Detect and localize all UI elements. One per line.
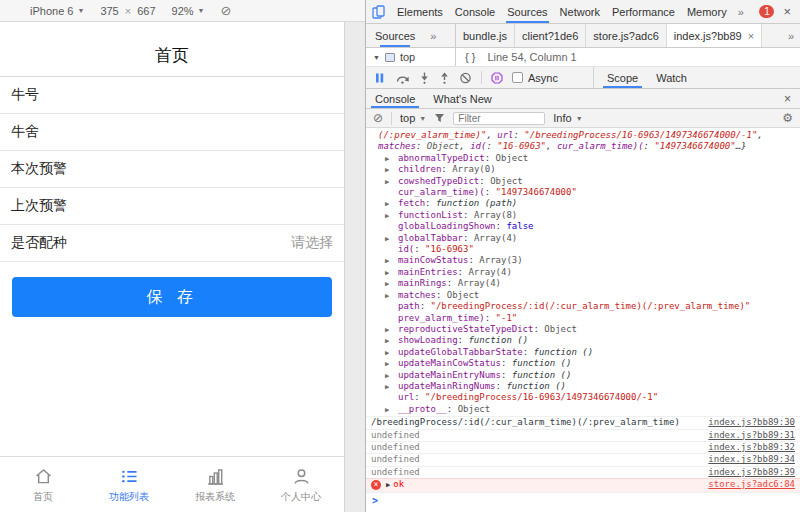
tabbar-item[interactable]: 功能列表 (86, 457, 172, 512)
step-over-button[interactable] (395, 72, 410, 84)
expand-arrow-icon[interactable]: ▶ (385, 256, 389, 266)
source-link[interactable]: index.js?bb89:32 (708, 442, 795, 453)
file-tab[interactable]: store.js?adc6 (586, 24, 666, 47)
step-into-button[interactable] (419, 72, 430, 84)
file-tab[interactable]: client?1de6 (515, 24, 586, 47)
expand-arrow-icon[interactable]: ▶ (385, 279, 389, 289)
pause-script-button[interactable] (373, 72, 386, 84)
console-prompt[interactable]: > (366, 492, 800, 506)
log-message: undefined (371, 467, 698, 478)
form-row[interactable]: 牛舍 (0, 114, 344, 151)
expand-arrow-icon[interactable]: ▶ (385, 165, 389, 175)
console-property: ▶globalTabbar: Array(4) (378, 233, 800, 244)
source-link[interactable]: index.js?bb89:30 (708, 417, 795, 428)
viewport-dimensions: 375 × 667 (100, 5, 155, 17)
clear-console-icon[interactable]: ⊘ (373, 111, 383, 125)
expand-arrow-icon[interactable]: ▶ (386, 480, 390, 491)
console-property: ▶updateMainEntryNums: function () (378, 370, 800, 381)
console-property: ▶showLoading: function () (378, 335, 800, 346)
expand-arrow-icon[interactable]: ▶ (385, 359, 389, 369)
tabbar-item[interactable]: 报表系统 (172, 457, 258, 512)
expand-arrow-icon[interactable]: ▶ (385, 268, 389, 278)
device-toolbar-toggle-icon[interactable] (366, 0, 391, 23)
console-property: ▶updateMainCowStatus: function () (378, 358, 800, 369)
file-tree-root[interactable]: top (400, 51, 415, 63)
filter-funnel-icon[interactable] (434, 113, 445, 123)
viewport-height[interactable]: 667 (137, 5, 155, 17)
async-checkbox-group: Async (512, 72, 558, 84)
console-filter-input[interactable] (453, 112, 545, 125)
console-settings-gear-icon[interactable]: ⚙ (782, 111, 793, 125)
deactivate-breakpoints-button[interactable] (459, 72, 472, 84)
source-link[interactable]: index.js?bb89:39 (708, 467, 795, 478)
more-tabs-icon[interactable]: » (733, 0, 749, 23)
navigator-tab-sources[interactable]: Sources (375, 24, 415, 47)
error-count-badge[interactable]: 1 (759, 5, 774, 18)
tabbar-item[interactable]: 首页 (0, 457, 86, 512)
form-row[interactable]: 是否配种请选择 (0, 225, 344, 262)
form-row[interactable]: 牛号 (0, 77, 344, 114)
expand-arrow-icon[interactable]: ▶ (385, 348, 389, 358)
form-row[interactable]: 上次预警 (0, 188, 344, 225)
expand-arrow-icon[interactable]: ▶ (385, 177, 389, 187)
file-tab[interactable]: index.js?bb89× (667, 24, 762, 47)
navigator-more-icon[interactable]: » (425, 24, 441, 47)
console-drawer-tabbar: ConsoleWhat's New × (366, 89, 800, 109)
page-title: 首页 (155, 44, 189, 67)
chevron-down-icon: ▼ (576, 115, 583, 122)
console-property: ▶cowshedTypeDict: Object (378, 176, 800, 187)
tabbar-item[interactable]: 个人中心 (258, 457, 344, 512)
expand-arrow-icon[interactable]: ▶ (385, 325, 389, 335)
chevron-down-icon: ▼ (198, 7, 205, 14)
close-tab-icon[interactable]: × (748, 30, 754, 42)
devtools-tab-sources[interactable]: Sources (501, 0, 553, 23)
expand-arrow-icon[interactable]: ▶ (385, 154, 389, 164)
device-selector[interactable]: iPhone 6 ▼ (30, 5, 84, 17)
async-checkbox[interactable] (512, 72, 523, 83)
expand-arrow-icon[interactable]: ▶ (385, 211, 389, 221)
expand-arrow-icon[interactable]: ▶ (385, 371, 389, 381)
toolbar-divider (481, 71, 482, 84)
step-out-button[interactable] (439, 72, 450, 84)
tree-expand-icon[interactable]: ▼ (373, 54, 380, 61)
expand-arrow-icon[interactable]: ▶ (385, 291, 389, 301)
devtools-tab-memory[interactable]: Memory (681, 0, 733, 23)
close-drawer-icon[interactable]: × (775, 89, 800, 108)
device-stage: 首页 牛号牛舍本次预警上次预警是否配种请选择 保 存 首页功能列表报表系统个人中… (0, 22, 365, 512)
throttling-block-icon[interactable]: ⊘ (221, 3, 232, 18)
context-label: top (400, 112, 415, 124)
execution-context-selector[interactable]: top ▼ (400, 112, 426, 124)
devtools-tab-network[interactable]: Network (554, 0, 606, 23)
tab-scope[interactable]: Scope (598, 67, 647, 88)
source-link[interactable]: store.js?adc6:84 (708, 479, 795, 490)
devtools-panel: ElementsConsoleSourcesNetworkPerformance… (365, 0, 800, 512)
navigator-pane-header: Sources » (366, 24, 456, 47)
expand-arrow-icon[interactable]: ▶ (385, 382, 389, 392)
expand-arrow-icon[interactable]: ▶ (385, 199, 389, 209)
console-property: ▶updateMainRingNums: function () (378, 381, 800, 392)
zoom-selector[interactable]: 92% ▼ (172, 5, 205, 17)
file-tab[interactable]: bundle.js (456, 24, 515, 47)
devtools-tab-elements[interactable]: Elements (391, 0, 449, 23)
source-link[interactable]: index.js?bb89:34 (708, 454, 795, 465)
expand-arrow-icon[interactable]: ▶ (385, 234, 389, 244)
drawer-tab[interactable]: Console (366, 89, 424, 108)
devtools-tab-performance[interactable]: Performance (606, 0, 681, 23)
close-devtools-icon[interactable]: × (774, 0, 800, 23)
pause-on-exceptions-button[interactable] (491, 72, 503, 84)
source-link[interactable]: index.js?bb89:31 (708, 430, 795, 441)
object-properties: ▶abnormalTypeDict: Object▶children: Arra… (378, 153, 800, 415)
device-selector-label: iPhone 6 (30, 5, 73, 17)
form-row[interactable]: 本次预警 (0, 151, 344, 188)
expand-arrow-icon[interactable]: ▶ (385, 336, 389, 346)
viewport-width[interactable]: 375 (100, 5, 118, 17)
drawer-tab[interactable]: What's New (424, 89, 500, 108)
console-property: ▶children: Array(0) (378, 164, 800, 175)
log-level-selector[interactable]: Info ▼ (553, 112, 582, 124)
expand-arrow-icon[interactable]: ▶ (385, 405, 389, 415)
pretty-print-button[interactable]: { } (465, 51, 475, 63)
tab-watch[interactable]: Watch (647, 67, 696, 88)
save-button[interactable]: 保 存 (12, 277, 332, 317)
file-tabs-overflow-icon[interactable]: » (782, 24, 800, 47)
devtools-tab-console[interactable]: Console (449, 0, 501, 23)
